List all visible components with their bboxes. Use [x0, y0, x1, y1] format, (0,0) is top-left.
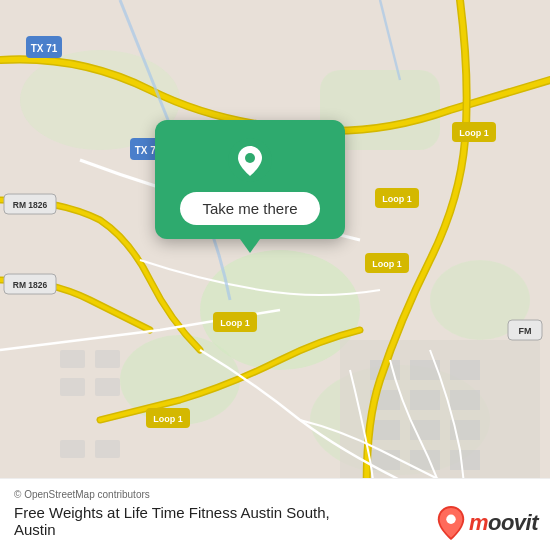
location-pin-icon: [228, 138, 272, 182]
svg-text:Loop 1: Loop 1: [459, 128, 489, 138]
svg-rect-24: [95, 350, 120, 368]
svg-rect-26: [95, 378, 120, 396]
take-me-there-button[interactable]: Take me there: [180, 192, 319, 225]
svg-rect-27: [60, 440, 85, 458]
svg-text:Loop 1: Loop 1: [220, 318, 250, 328]
svg-text:TX 71: TX 71: [31, 43, 58, 54]
svg-rect-25: [60, 378, 85, 396]
popup-card: Take me there: [155, 120, 345, 239]
svg-rect-10: [450, 360, 480, 380]
map-attribution: © OpenStreetMap contributors: [14, 489, 536, 500]
moovit-logo: moovit: [437, 506, 538, 540]
svg-rect-13: [450, 390, 480, 410]
map-container: TX 71 TX 71 Loop 1 Loop 1 Loop 1 Loop 1 …: [0, 0, 550, 550]
svg-rect-19: [450, 450, 480, 470]
svg-text:Loop 1: Loop 1: [153, 414, 183, 424]
svg-text:RM 1826: RM 1826: [13, 200, 48, 210]
svg-point-50: [245, 153, 255, 163]
moovit-text: moovit: [469, 510, 538, 536]
svg-text:Loop 1: Loop 1: [372, 259, 402, 269]
svg-rect-12: [410, 390, 440, 410]
svg-rect-14: [370, 420, 400, 440]
svg-text:RM 1826: RM 1826: [13, 280, 48, 290]
map-svg: TX 71 TX 71 Loop 1 Loop 1 Loop 1 Loop 1 …: [0, 0, 550, 550]
svg-text:FM: FM: [519, 326, 532, 336]
svg-rect-28: [95, 440, 120, 458]
svg-point-51: [446, 515, 455, 524]
moovit-pin-icon: [437, 506, 465, 540]
svg-rect-23: [60, 350, 85, 368]
svg-text:Loop 1: Loop 1: [382, 194, 412, 204]
